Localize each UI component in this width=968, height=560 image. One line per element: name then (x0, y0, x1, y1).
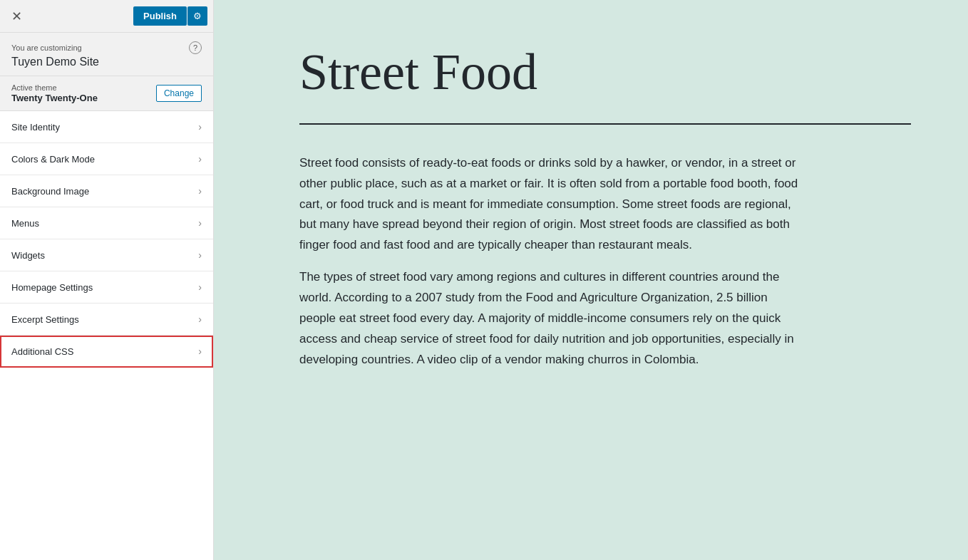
chevron-right-icon: › (198, 217, 202, 229)
page-title: Street Food (299, 43, 911, 102)
menu-item-widgets[interactable]: Widgets› (0, 239, 213, 271)
menu-item-label: Additional CSS (11, 346, 73, 357)
chevron-right-icon: › (198, 185, 202, 197)
chevron-right-icon: › (198, 281, 202, 293)
close-button[interactable]: ✕ (6, 7, 28, 26)
page-content: Street food consists of ready-to-eat foo… (299, 153, 798, 370)
chevron-right-icon: › (198, 313, 202, 325)
customizing-info: You are customizing ? Tuyen Demo Site (0, 33, 213, 76)
gear-button[interactable]: ⚙ (187, 6, 207, 26)
menu-item-colors-and-dark-mode[interactable]: Colors & Dark Mode› (0, 143, 213, 175)
menu-item-label: Site Identity (11, 122, 60, 133)
sidebar: ✕ Publish ⚙ You are customizing ? Tuyen … (0, 0, 214, 560)
menu-item-label: Background Image (11, 186, 89, 197)
paragraph-1: Street food consists of ready-to-eat foo… (299, 153, 798, 256)
customizing-label: You are customizing ? (11, 41, 202, 54)
chevron-right-icon: › (198, 153, 202, 165)
active-theme: Active theme Twenty Twenty-One Change (0, 76, 213, 111)
menu-item-label: Excerpt Settings (11, 314, 79, 325)
menu-item-label: Homepage Settings (11, 282, 93, 293)
change-theme-button[interactable]: Change (156, 85, 202, 102)
publish-button[interactable]: Publish (133, 6, 187, 26)
chevron-right-icon: › (198, 249, 202, 261)
preview-area: Street Food Street food consists of read… (214, 0, 968, 560)
menu-item-menus[interactable]: Menus› (0, 207, 213, 239)
theme-name: Twenty Twenty-One (11, 93, 98, 103)
menu-item-homepage-settings[interactable]: Homepage Settings› (0, 271, 213, 304)
theme-info: Active theme Twenty Twenty-One (11, 83, 98, 103)
sidebar-header: ✕ Publish ⚙ (0, 0, 213, 33)
menu-item-additional-css[interactable]: Additional CSS› (0, 336, 213, 368)
theme-label: Active theme (11, 83, 98, 92)
paragraph-2: The types of street food vary among regi… (299, 267, 798, 370)
menu-item-label: Menus (11, 218, 39, 229)
menu-item-site-identity[interactable]: Site Identity› (0, 111, 213, 143)
menu-item-label: Colors & Dark Mode (11, 154, 95, 165)
chevron-right-icon: › (198, 346, 202, 357)
customizing-text: You are customizing (11, 43, 82, 52)
menu-list: Site Identity›Colors & Dark Mode›Backgro… (0, 111, 213, 560)
site-name: Tuyen Demo Site (11, 56, 202, 68)
chevron-right-icon: › (198, 121, 202, 133)
menu-item-label: Widgets (11, 250, 45, 261)
menu-item-background-image[interactable]: Background Image› (0, 175, 213, 207)
title-divider (299, 123, 911, 125)
menu-item-excerpt-settings[interactable]: Excerpt Settings› (0, 304, 213, 336)
help-icon[interactable]: ? (189, 41, 202, 54)
